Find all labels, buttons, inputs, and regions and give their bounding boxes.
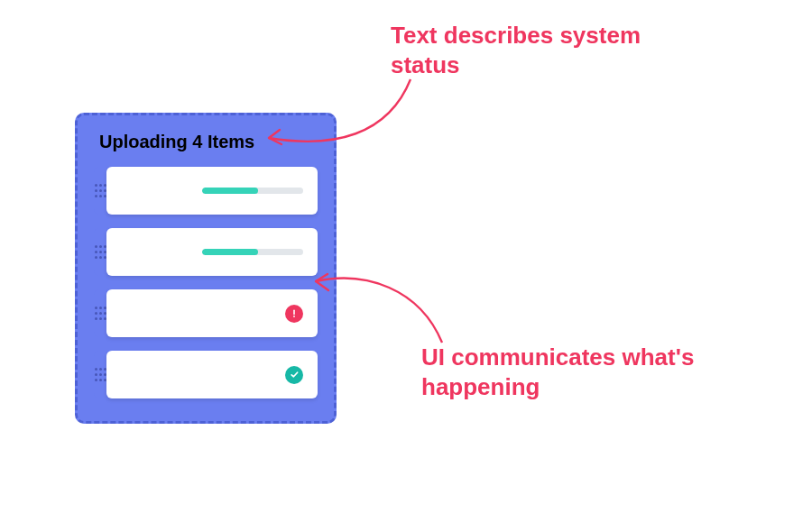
drag-handle-icon[interactable] xyxy=(94,228,106,276)
annotation-top: Text describes system status xyxy=(391,21,697,79)
progress-fill xyxy=(202,188,258,194)
error-icon xyxy=(285,305,303,323)
progress-bar xyxy=(202,188,303,194)
annotation-bottom: UI communicates what's happening xyxy=(421,343,746,401)
progress-fill xyxy=(202,249,258,255)
drag-handle-icon[interactable] xyxy=(94,167,106,215)
panel-title: Uploading 4 Items xyxy=(94,132,318,152)
upload-panel: Uploading 4 Items xyxy=(75,113,337,424)
upload-item xyxy=(94,351,318,398)
upload-card xyxy=(106,228,318,276)
upload-item xyxy=(94,228,318,276)
upload-item xyxy=(94,167,318,215)
drag-handle-icon[interactable] xyxy=(94,289,106,337)
success-icon xyxy=(285,366,303,384)
upload-card xyxy=(106,351,318,398)
upload-item xyxy=(94,289,318,337)
svg-point-0 xyxy=(293,316,295,317)
progress-bar xyxy=(202,249,303,255)
upload-card xyxy=(106,167,318,215)
drag-handle-icon[interactable] xyxy=(94,351,106,398)
upload-card xyxy=(106,289,318,337)
